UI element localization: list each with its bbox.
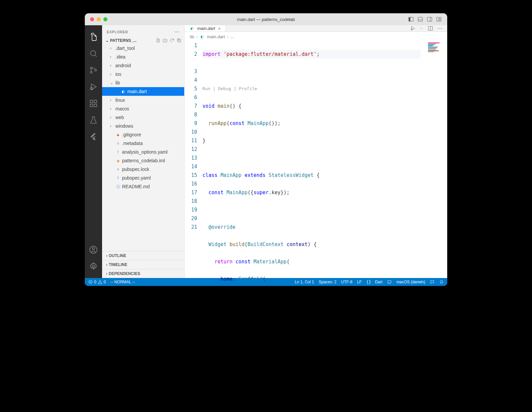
tree-item-label: ios	[115, 71, 121, 77]
svg-rect-18	[94, 104, 97, 107]
folder-item[interactable]: ›macos	[102, 104, 184, 113]
folder-item[interactable]: ›.idea	[102, 53, 184, 61]
file-item[interactable]: analysis_options.yaml	[102, 148, 184, 156]
problems-status[interactable]: 0 0	[88, 280, 106, 284]
line-number: 18	[185, 197, 197, 206]
line-number: 8	[185, 110, 197, 119]
new-file-icon[interactable]	[156, 38, 161, 43]
breadcrumb-segment[interactable]: main.dart	[207, 34, 225, 39]
svg-rect-5	[427, 17, 432, 21]
dart-file-icon	[189, 26, 195, 31]
layout-panel-icon[interactable]	[417, 16, 423, 22]
rss-file-icon	[115, 158, 121, 163]
layout-sidebar-left-icon[interactable]	[408, 16, 414, 22]
file-item[interactable]: .gitignore	[102, 130, 184, 139]
folder-item[interactable]: ›ios	[102, 70, 184, 78]
code-content[interactable]: import 'package:flutter/material.dart'; …	[202, 41, 447, 286]
file-item[interactable]: main.dart	[102, 87, 184, 96]
settings-gear-icon[interactable]	[89, 262, 98, 271]
chevron-down-icon: ⌄	[110, 80, 114, 85]
main-layout: EXPLORER ⋯ ⌄ PATTERNS_... ›.dart_tool›.i…	[85, 25, 447, 278]
line-number: 7	[185, 102, 197, 110]
tree-item-label: web	[115, 115, 124, 120]
more-actions-icon[interactable]: ⋯	[437, 25, 443, 32]
run-icon[interactable]	[410, 26, 416, 31]
chevron-right-icon: ›	[106, 253, 107, 258]
vscode-window: main.dart — patterns_codelab EXPLORER ⋯	[85, 13, 447, 286]
code-editor[interactable]: 12 3456789101112131415161718192021 impor…	[185, 41, 447, 286]
collapse-all-icon[interactable]	[177, 38, 182, 43]
svg-rect-9	[440, 20, 441, 22]
outline-section[interactable]: ›OUTLINE	[102, 251, 184, 260]
file-item[interactable]: patterns_codelab.iml	[102, 156, 184, 165]
source-control-icon[interactable]	[89, 66, 98, 74]
sidebar: EXPLORER ⋯ ⌄ PATTERNS_... ›.dart_tool›.i…	[102, 25, 185, 278]
code-lens[interactable]: Run | Debug | Profile	[202, 84, 421, 93]
new-folder-icon[interactable]	[163, 38, 168, 43]
dependencies-section[interactable]: ›DEPENDENCIES	[102, 269, 184, 278]
tree-item-label: .gitignore	[122, 132, 141, 137]
layout-sidebar-right-icon[interactable]	[427, 16, 433, 22]
folder-item[interactable]: ⌄lib	[102, 78, 184, 87]
workspace-folder-row[interactable]: ⌄ PATTERNS_...	[102, 37, 184, 44]
sidebar-more-icon[interactable]: ⋯	[174, 29, 180, 35]
close-window-button[interactable]	[90, 17, 94, 21]
breadcrumb-segment[interactable]: ...	[230, 34, 234, 39]
tab-bar: main.dart × ⋯	[185, 25, 447, 32]
folder-item[interactable]: ›linux	[102, 96, 184, 104]
run-debug-icon[interactable]	[89, 82, 98, 91]
file-item[interactable]: README.md	[102, 182, 184, 191]
line-number: 4	[185, 76, 197, 84]
layout-customize-icon[interactable]	[436, 16, 442, 22]
accounts-icon[interactable]	[89, 245, 98, 254]
split-editor-icon[interactable]	[428, 26, 433, 31]
svg-point-13	[90, 71, 92, 73]
lines-file-icon	[115, 141, 121, 146]
warning-icon	[98, 280, 102, 284]
minimize-window-button[interactable]	[97, 17, 101, 21]
error-icon	[88, 280, 93, 284]
timeline-section[interactable]: ›TIMELINE	[102, 260, 184, 269]
tree-item-label: macos	[115, 106, 129, 111]
close-tab-icon[interactable]: ×	[218, 26, 221, 31]
line-number: 16	[185, 180, 197, 188]
folder-item[interactable]: ›windows	[102, 122, 184, 130]
dart-file-icon	[121, 89, 126, 94]
chevron-right-icon: ›	[110, 55, 114, 59]
chevron-down-icon[interactable]	[420, 26, 424, 31]
folder-item[interactable]: ›.dart_tool	[102, 44, 184, 53]
folder-item[interactable]: ›web	[102, 113, 184, 122]
extensions-icon[interactable]	[89, 99, 98, 108]
workspace-folder-name: PATTERNS_...	[110, 38, 154, 43]
chevron-right-icon: ›	[110, 98, 114, 102]
svg-point-22	[92, 248, 95, 250]
line-number: 1	[185, 41, 197, 50]
chevron-right-icon: ›	[110, 106, 114, 111]
refresh-icon[interactable]	[170, 38, 175, 43]
folder-item[interactable]: ›android	[102, 61, 184, 70]
maximize-window-button[interactable]	[103, 17, 107, 21]
folder-actions	[156, 38, 182, 43]
search-icon[interactable]	[89, 49, 98, 58]
breadcrumb[interactable]: lib › main.dart › ...	[185, 32, 447, 41]
tree-item-label: .metadata	[122, 141, 143, 146]
tree-item-label: analysis_options.yaml	[122, 149, 168, 155]
gutter: 12 3456789101112131415161718192021	[185, 41, 202, 286]
line-number: 14	[185, 162, 197, 171]
flutter-icon[interactable]	[89, 132, 98, 141]
svg-line-11	[95, 55, 96, 57]
line-number: 13	[185, 154, 197, 162]
tree-item-label: linux	[115, 97, 125, 103]
bang-file-icon	[115, 149, 121, 155]
file-item[interactable]: .metadata	[102, 139, 184, 148]
file-item[interactable]: pubspec.yaml	[102, 174, 184, 182]
testing-icon[interactable]	[89, 116, 98, 124]
minimap[interactable]	[428, 43, 445, 58]
line-number: 11	[185, 136, 197, 145]
line-number: 12	[185, 145, 197, 154]
file-item[interactable]: pubspec.lock	[102, 165, 184, 174]
line-number: 6	[185, 93, 197, 102]
tab-main-dart[interactable]: main.dart ×	[185, 25, 226, 32]
breadcrumb-segment[interactable]: lib	[190, 34, 194, 39]
explorer-icon[interactable]	[89, 33, 98, 41]
